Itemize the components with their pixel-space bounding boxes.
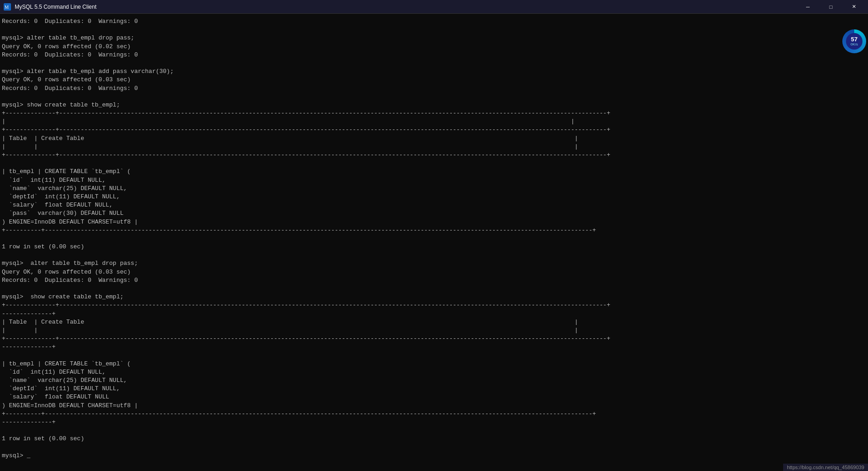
terminal[interactable]: Records: 0 Duplicates: 0 Warnings: 0 mys… [0, 14, 868, 471]
minimize-button[interactable]: ─ [797, 0, 818, 14]
network-speed: 0K/s [851, 42, 858, 46]
terminal-output: Records: 0 Duplicates: 0 Warnings: 0 mys… [2, 17, 866, 460]
title-bar-left: M MySQL 5.5 Command Line Client [4, 3, 96, 11]
network-circle: 57 0K/s [842, 29, 866, 53]
network-percent: 57 [851, 36, 857, 42]
window-title: MySQL 5.5 Command Line Client [15, 4, 96, 10]
status-bar: https://blog.csdn.net/qq_45869039 [783, 464, 868, 471]
svg-text:M: M [5, 5, 9, 10]
title-bar: M MySQL 5.5 Command Line Client ─ □ ✕ [0, 0, 868, 14]
app-icon: M [4, 3, 11, 11]
status-url: https://blog.csdn.net/qq_45869039 [787, 465, 864, 470]
window-controls: ─ □ ✕ [797, 0, 864, 14]
network-widget: 57 0K/s [840, 28, 868, 55]
maximize-button[interactable]: □ [820, 0, 841, 14]
close-button[interactable]: ✕ [843, 0, 864, 14]
network-inner: 57 0K/s [846, 33, 862, 50]
